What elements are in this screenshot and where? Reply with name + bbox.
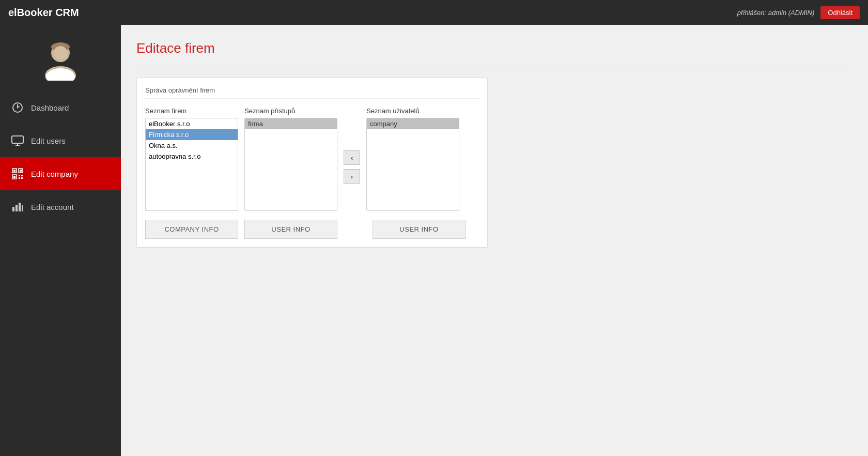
sidebar-item-edit-users[interactable]: Edit users	[0, 124, 121, 157]
svg-rect-22	[22, 205, 23, 211]
chart-icon	[10, 200, 25, 214]
access-option-1[interactable]: firma	[245, 118, 337, 129]
company-list[interactable]: elBooker s.r.o Firmicka s.r.o Okna a.s. …	[145, 118, 238, 211]
arrows-col: ‹ ›	[344, 135, 360, 184]
topbar-right: přihlášen: admin (ADMIN) Odhlásit	[737, 6, 860, 19]
sidebar-item-dashboard-label: Dashboard	[31, 103, 69, 112]
arrow-right-button[interactable]: ›	[344, 169, 360, 184]
svg-rect-12	[20, 170, 22, 172]
topbar: elBooker CRM přihlášen: admin (ADMIN) Od…	[0, 0, 868, 25]
users-list-wrapper: company	[366, 118, 459, 211]
dashboard-icon	[10, 100, 25, 115]
svg-rect-17	[19, 177, 20, 179]
info-buttons-row: COMPANY INFO USER INFO USER INFO	[145, 220, 479, 239]
company-list-label: Seznam firem	[145, 107, 238, 115]
page-title: Editace firem	[136, 40, 853, 56]
access-list-wrapper: firma	[244, 118, 337, 211]
svg-rect-21	[19, 203, 21, 211]
sidebar-item-edit-company[interactable]: Edit company	[0, 157, 121, 190]
company-option-1[interactable]: elBooker s.r.o	[146, 118, 238, 129]
company-info-button[interactable]: COMPANY INFO	[145, 220, 238, 239]
arrow-left-button[interactable]: ‹	[344, 150, 360, 165]
users-list-col: Seznam uživatelů company	[366, 107, 459, 211]
company-list-col: Seznam firem elBooker s.r.o Firmicka s.r…	[145, 107, 238, 211]
sidebar-item-edit-account[interactable]: Edit account	[0, 190, 121, 223]
company-option-2[interactable]: Firmicka s.r.o	[146, 129, 238, 140]
sidebar-item-edit-account-label: Edit account	[31, 203, 74, 211]
arrows-spacer	[344, 220, 366, 239]
users-list-label: Seznam uživatelů	[366, 107, 459, 115]
panel-header: Správa oprávnění firem	[145, 86, 479, 99]
company-list-wrapper: elBooker s.r.o Firmicka s.r.o Okna a.s. …	[145, 118, 238, 211]
sidebar-item-dashboard[interactable]: Dashboard	[0, 91, 121, 124]
page-divider	[136, 67, 853, 67]
lists-row: Seznam firem elBooker s.r.o Firmicka s.r…	[145, 107, 479, 211]
user-info-button-2[interactable]: USER INFO	[373, 220, 466, 239]
svg-point-5	[54, 46, 67, 59]
company-option-3[interactable]: Okna a.s.	[146, 140, 238, 151]
avatar-icon	[40, 39, 81, 81]
svg-rect-19	[12, 207, 14, 211]
svg-point-7	[17, 107, 19, 109]
user-info-button-1[interactable]: USER INFO	[244, 220, 337, 239]
sidebar: Dashboard Edit users	[0, 25, 121, 456]
svg-rect-18	[21, 177, 23, 179]
svg-rect-10	[13, 170, 16, 172]
access-list[interactable]: firma	[244, 118, 337, 211]
svg-rect-8	[12, 136, 23, 143]
sidebar-item-edit-users-label: Edit users	[31, 136, 66, 145]
main-content: Editace firem Správa oprávnění firem Sez…	[121, 25, 868, 456]
access-list-col: Seznam přístupů firma	[244, 107, 337, 211]
users-list[interactable]: company	[366, 118, 459, 211]
topbar-user: přihlášen: admin (ADMIN)	[737, 9, 815, 17]
panel: Správa oprávnění firem Seznam firem elBo…	[136, 78, 488, 248]
company-option-4[interactable]: autoopravna s.r.o	[146, 151, 238, 162]
brand: elBooker CRM	[8, 7, 79, 19]
qr-icon	[10, 166, 25, 181]
logout-button[interactable]: Odhlásit	[820, 6, 860, 19]
svg-rect-15	[19, 175, 20, 176]
monitor-icon	[10, 133, 25, 148]
sidebar-item-edit-company-label: Edit company	[31, 170, 78, 178]
svg-rect-20	[16, 205, 18, 211]
svg-rect-14	[13, 176, 16, 178]
user-option-1[interactable]: company	[367, 118, 459, 129]
avatar-container	[0, 25, 121, 91]
access-list-label: Seznam přístupů	[244, 107, 337, 115]
sidebar-nav: Dashboard Edit users	[0, 91, 121, 223]
svg-rect-16	[21, 175, 23, 176]
